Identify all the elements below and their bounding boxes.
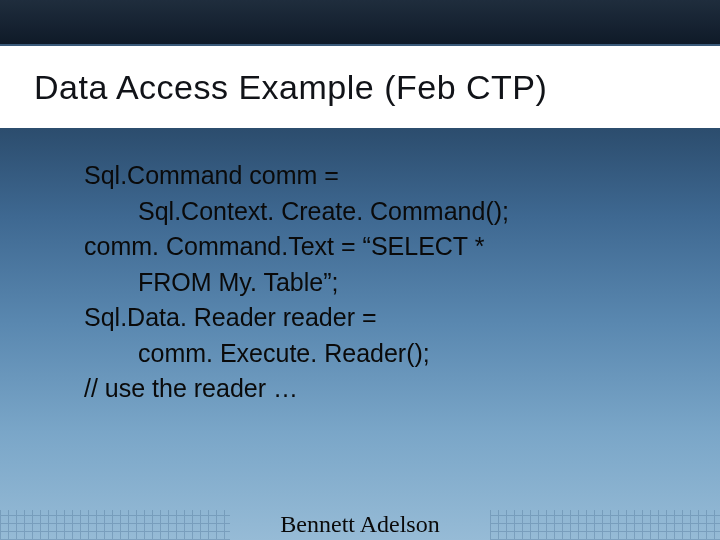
slide-title: Data Access Example (Feb CTP) [34, 68, 547, 107]
code-line-6: comm. Execute. Reader(); [84, 336, 680, 372]
code-line-4: FROM My. Table”; [84, 265, 680, 301]
footer-decoration-right [490, 510, 720, 540]
slide-top-band [0, 0, 720, 44]
footer-decoration-left [0, 510, 230, 540]
code-line-3: comm. Command.Text = “SELECT * [84, 229, 680, 265]
footer-author: Bennett Adelson [230, 511, 490, 540]
title-band: Data Access Example (Feb CTP) [0, 44, 720, 130]
code-line-4-text: FROM My. Table”; [84, 265, 339, 301]
code-line-2-text: Sql.Context. Create. Command(); [84, 194, 509, 230]
code-line-1: Sql.Command comm = [84, 158, 680, 194]
code-line-7: // use the reader … [84, 371, 680, 407]
code-line-6-text: comm. Execute. Reader(); [84, 336, 430, 372]
code-line-5: Sql.Data. Reader reader = [84, 300, 680, 336]
slide-content: Sql.Command comm = Sql.Context. Create. … [84, 158, 680, 407]
code-line-2: Sql.Context. Create. Command(); [84, 194, 680, 230]
